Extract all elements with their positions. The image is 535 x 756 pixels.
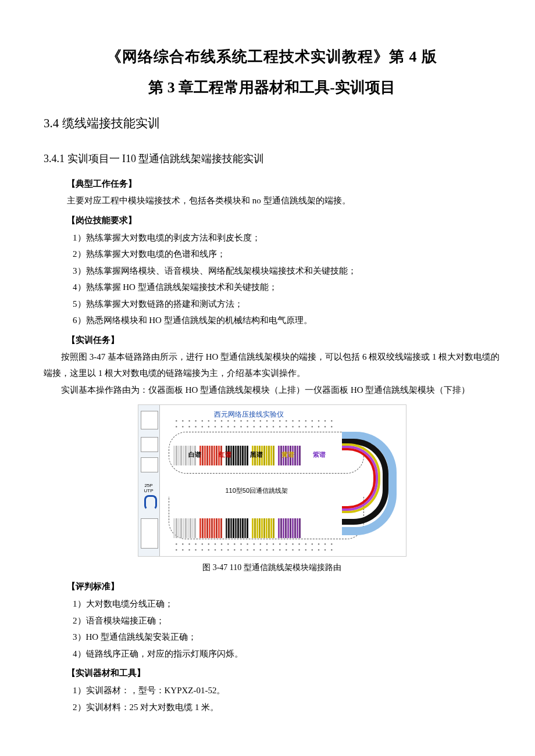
judge-label: 【评判标准】 [67, 581, 500, 592]
pin-row-lower [173, 518, 304, 538]
figure-caption: 图 3-47 110 型通信跳线架模块端接路由 [44, 562, 500, 573]
training-task-label: 【实训任务】 [67, 335, 500, 346]
side-label-25p: 25P [142, 483, 156, 488]
equip-item: 1）实训器材：，型号：KYPXZ-01-52。 [55, 682, 500, 699]
rack-label: 110型50回通信跳线架 [226, 486, 288, 495]
skill-item: 1）熟练掌握大对数电缆的剥皮方法和剥皮长度； [55, 230, 500, 246]
figure-3-47: 25P UTP 西元网络压接线实验仪 ● ● ● ● ● ● ● ● ● ● ●… [44, 404, 500, 573]
judge-item: 2）语音模块端接正确； [55, 612, 500, 629]
side-label-utp: UTP [142, 489, 156, 493]
band-yellow-label: 黄谱 [281, 450, 294, 459]
training-para: 实训基本操作路由为：仪器面板 HO 型通信跳线架模块（上排）一仪器面板 HO 型… [44, 382, 500, 399]
skill-requirement-label: 【岗位技能要求】 [67, 215, 500, 226]
skill-item: 3）熟练掌握网络模块、语音模块、网络配线架模块端接技术和关键技能； [55, 263, 500, 280]
led-row: ● ● ● ● ● ● ● ● ● ● ● ● ● ● ● ● ● ● ● ● … [176, 419, 335, 422]
skill-item: 6）熟悉网络模块和 HO 型通信跳线架的机械结构和电气原理。 [55, 312, 500, 329]
led-row: ● ● ● ● ● ● ● ● ● ● ● ● ● ● ● ● ● ● ● ● … [176, 548, 335, 551]
subsection-heading: 3.4.1 实训项目一 I10 型通信跳线架端接技能实训 [44, 152, 500, 166]
skill-item: 2）熟练掌握大对数电缆的色谱和线序； [55, 246, 500, 263]
band-white-label: 白谱 [188, 450, 201, 459]
band-red-label: 红谱 [219, 450, 231, 459]
skill-item: 5）熟练掌握大对数链路的搭建和测试方法； [55, 296, 500, 313]
equip-item: 2）实训材料：25 对大对数电缆 1 米。 [55, 699, 500, 716]
diagram-graphic: 25P UTP 西元网络压接线实验仪 ● ● ● ● ● ● ● ● ● ● ●… [138, 404, 406, 557]
main-title: 《网络综合布线系统工程技术实训教程》第 4 版 [44, 46, 500, 67]
judge-item: 1）大对数电缆分线正确； [55, 596, 500, 612]
diagram-title: 西元网络压接线实验仪 [214, 410, 284, 420]
equip-label: 【实训器材和工具】 [67, 668, 500, 679]
judge-item: 4）链路线序正确，对应的指示灯顺序闪烁。 [55, 646, 500, 662]
page: 《网络综合布线系统工程技术实训教程》第 4 版 第 3 章工程常用器材和工具-实… [0, 0, 535, 756]
typical-task-text: 主要对应工程中模块端接技术，包括各类模块和 no 型通信跳线架的端接。 [67, 193, 500, 209]
cable-ring-icon [144, 495, 157, 510]
training-para: 按照图 3-47 基本链路路由所示，进行 HO 型通信跳线架模块的端接，可以包括… [44, 349, 500, 382]
section-heading: 3.4 缆线端接技能实训 [44, 115, 500, 131]
led-row: ● ● ● ● ● ● ● ● ● ● ● ● ● ● ● ● ● ● ● ● … [176, 542, 335, 546]
band-black-label: 黑谱 [250, 450, 263, 459]
left-rail: 25P UTP [138, 405, 160, 556]
judge-item: 3）HO 型通信跳线架安装正确； [55, 629, 500, 646]
chapter-title: 第 3 章工程常用器材和工具-实训项目 [44, 77, 500, 98]
led-row: ● ● ● ● ● ● ● ● ● ● ● ● ● ● ● ● ● ● ● ● … [176, 425, 335, 428]
typical-task-label: 【典型工作任务】 [67, 178, 500, 189]
band-purple-label: 紫谱 [313, 450, 326, 459]
skill-item: 4）熟练掌握 HO 型通信跳线架端接技术和关键技能； [55, 279, 500, 296]
